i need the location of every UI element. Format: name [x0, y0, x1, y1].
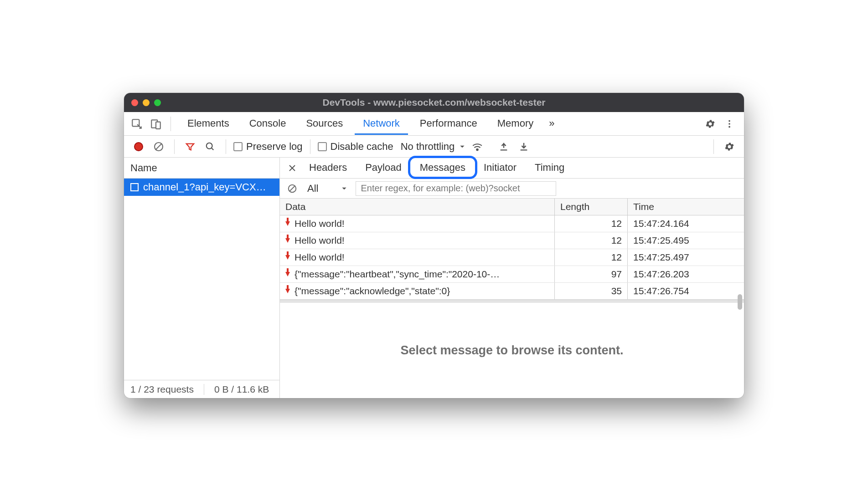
svg-point-4: [728, 123, 730, 125]
tab-console[interactable]: Console: [241, 113, 294, 135]
tab-memory[interactable]: Memory: [489, 113, 542, 135]
checkbox-icon: [233, 142, 243, 151]
subtab-payload[interactable]: Payload: [357, 158, 410, 178]
status-bytes: 0 B / 11.6 kB: [214, 384, 269, 395]
device-toolbar-icon[interactable]: [148, 116, 164, 132]
message-row[interactable]: Hello world!1215:47:25.495: [280, 232, 744, 249]
preserve-log-checkbox[interactable]: Preserve log: [233, 141, 303, 153]
subtab-timing[interactable]: Timing: [527, 158, 573, 178]
regex-filter-input[interactable]: [356, 181, 556, 196]
tab-network[interactable]: Network: [355, 113, 408, 135]
message-placeholder: Select message to browse its content.: [280, 302, 744, 398]
svg-point-10: [477, 148, 478, 150]
network-settings-icon[interactable]: [721, 138, 738, 155]
chevron-down-icon: [341, 185, 347, 192]
network-conditions-icon[interactable]: [469, 138, 486, 155]
tab-performance[interactable]: Performance: [412, 113, 486, 135]
svg-rect-2: [156, 122, 160, 128]
zoom-window-button[interactable]: [154, 99, 161, 106]
message-row[interactable]: Hello world!1215:47:24.164: [280, 215, 744, 232]
svg-point-5: [728, 126, 730, 128]
message-type-value: All: [307, 183, 318, 194]
svg-point-8: [207, 143, 212, 148]
subtab-messages-label: Messages: [420, 162, 465, 173]
message-row[interactable]: Hello world!1215:47:25.497: [280, 249, 744, 266]
separator: [310, 139, 310, 154]
separator: [204, 384, 204, 395]
message-length: 12: [555, 215, 628, 232]
message-length: 35: [555, 283, 628, 299]
disable-cache-label: Disable cache: [331, 141, 393, 153]
record-button[interactable]: [130, 138, 147, 155]
inspect-element-icon[interactable]: [129, 116, 145, 132]
filter-icon[interactable]: [182, 138, 198, 155]
incoming-arrow-icon: [285, 289, 290, 293]
subtab-initiator[interactable]: Initiator: [475, 158, 525, 178]
message-type-select[interactable]: All: [304, 183, 351, 194]
tab-sources[interactable]: Sources: [298, 113, 351, 135]
request-detail-panel: Headers Payload Messages Initiator Timin…: [280, 158, 744, 398]
message-row[interactable]: {"message":"heartbeat","sync_time":"2020…: [280, 266, 744, 283]
incoming-arrow-icon: [285, 238, 290, 243]
more-menu-icon[interactable]: [721, 116, 738, 132]
titlebar: DevTools - www.piesocket.com/websocket-t…: [124, 93, 744, 112]
export-har-icon[interactable]: [516, 138, 532, 155]
svg-line-9: [212, 148, 214, 150]
separator: [170, 117, 171, 131]
window-title: DevTools - www.piesocket.com/websocket-t…: [124, 97, 744, 108]
separator: [713, 139, 714, 154]
message-data: Hello world!: [294, 218, 345, 229]
import-har-icon[interactable]: [496, 138, 512, 155]
settings-icon[interactable]: [702, 116, 718, 132]
detail-tabs: Headers Payload Messages Initiator Timin…: [280, 158, 744, 179]
message-time: 15:47:26.203: [628, 266, 744, 282]
svg-line-7: [155, 143, 162, 150]
checkbox-icon: [318, 142, 327, 151]
message-row[interactable]: {"message":"acknowledge","state":0}3515:…: [280, 283, 744, 300]
network-toolbar: Preserve log Disable cache No throttling: [124, 136, 744, 158]
message-time: 15:47:26.754: [628, 283, 744, 299]
svg-point-3: [728, 120, 730, 122]
devtools-window: DevTools - www.piesocket.com/websocket-t…: [124, 93, 744, 398]
network-content: Name channel_1?api_key=VCX… 1 / 23 reque…: [124, 158, 744, 398]
message-time: 15:47:25.497: [628, 249, 744, 266]
message-length: 12: [555, 232, 628, 249]
minimize-window-button[interactable]: [143, 99, 150, 106]
subtab-messages[interactable]: Messages: [412, 158, 474, 178]
svg-line-14: [289, 185, 295, 191]
clear-button[interactable]: [150, 138, 167, 155]
search-icon[interactable]: [202, 138, 218, 155]
close-window-button[interactable]: [131, 99, 138, 106]
message-length: 12: [555, 249, 628, 266]
websocket-icon: [130, 183, 139, 191]
subtab-headers[interactable]: Headers: [301, 158, 355, 178]
main-tabs-row: Elements Console Sources Network Perform…: [124, 112, 744, 136]
tabs-overflow[interactable]: »: [545, 113, 558, 135]
request-name: channel_1?api_key=VCX…: [143, 181, 266, 193]
scrollbar-thumb[interactable]: [738, 294, 742, 310]
requests-header-name[interactable]: Name: [124, 158, 279, 179]
message-length: 97: [555, 266, 628, 282]
preserve-log-label: Preserve log: [246, 141, 303, 153]
col-header-data[interactable]: Data: [280, 199, 555, 215]
throttling-select[interactable]: No throttling: [401, 141, 466, 153]
separator: [174, 139, 175, 154]
incoming-arrow-icon: [285, 255, 290, 260]
throttling-value: No throttling: [401, 141, 455, 153]
request-row[interactable]: channel_1?api_key=VCX…: [124, 179, 279, 196]
message-time: 15:47:25.495: [628, 232, 744, 249]
incoming-arrow-icon: [285, 272, 290, 276]
chevron-down-icon: [459, 143, 465, 150]
incoming-arrow-icon: [285, 221, 290, 226]
message-data: {"message":"heartbeat","sync_time":"2020…: [294, 269, 500, 280]
messages-filter-row: All: [280, 179, 744, 199]
disable-cache-checkbox[interactable]: Disable cache: [318, 141, 393, 153]
tab-elements[interactable]: Elements: [179, 113, 238, 135]
close-detail-icon[interactable]: [285, 160, 299, 176]
col-header-time[interactable]: Time: [628, 199, 744, 215]
requests-panel: Name channel_1?api_key=VCX… 1 / 23 reque…: [124, 158, 280, 398]
clear-messages-icon[interactable]: [285, 180, 299, 197]
main-tabs: Elements Console Sources Network Perform…: [179, 113, 558, 135]
col-header-length[interactable]: Length: [555, 199, 628, 215]
message-data: Hello world!: [294, 235, 345, 246]
